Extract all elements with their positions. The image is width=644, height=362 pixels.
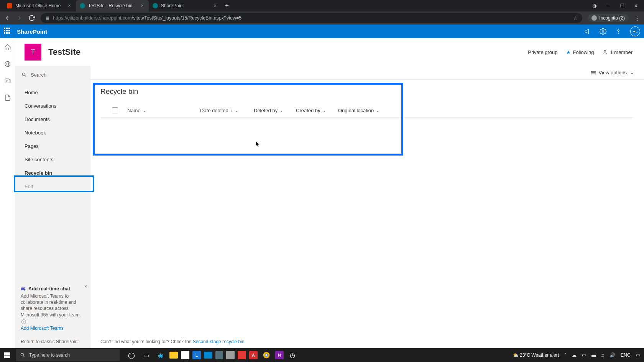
clock-icon[interactable]: ◷	[287, 349, 298, 361]
explorer-icon[interactable]	[169, 352, 178, 359]
app-icon-grey[interactable]	[226, 351, 235, 359]
browser-tab-sharepoint[interactable]: SharePoint ×	[149, 0, 222, 11]
browser-tab-office[interactable]: Microsoft Office Home ×	[3, 0, 76, 11]
nav-documents[interactable]: Documents	[15, 113, 90, 126]
members-button[interactable]: 1 member	[602, 49, 632, 55]
col-original-location[interactable]: Original location ⌄	[338, 108, 384, 113]
chevron-down-icon: ⌄	[323, 108, 326, 113]
below-header: Search Home Conversations Documents Note…	[15, 66, 644, 348]
close-window-button[interactable]: ✕	[633, 3, 639, 8]
new-tab-button[interactable]: +	[222, 0, 232, 11]
user-avatar[interactable]: HL	[630, 26, 640, 36]
view-options-label: View options	[599, 70, 627, 75]
following-button[interactable]: ★ Following	[566, 49, 594, 55]
help-icon[interactable]	[615, 28, 622, 35]
settings-gear-icon[interactable]	[600, 28, 606, 35]
nav-site-contents[interactable]: Site contents	[15, 153, 90, 166]
col-date-deleted[interactable]: Date deleted ↓ ⌄	[200, 108, 242, 113]
svg-line-6	[25, 75, 26, 76]
incognito-badge[interactable]: Incognito (2)	[588, 14, 629, 22]
chevron-down-icon: ⌄	[235, 108, 238, 113]
address-bar[interactable]: https://citizenbuilders.sharepoint.com/s…	[41, 13, 582, 23]
weather-temp: 23°C	[520, 352, 530, 358]
svg-point-13	[266, 354, 268, 356]
weather-widget[interactable]: ⛅ 23°C Weather alert	[513, 352, 559, 358]
wifi-icon[interactable]: ⎌	[601, 352, 604, 358]
page-body: T TestSite Private group ★ Following 1 m…	[0, 38, 644, 348]
tab-close-icon[interactable]: ×	[212, 3, 218, 8]
tab-close-icon[interactable]: ×	[140, 3, 145, 8]
nav-edit[interactable]: Edit	[15, 180, 90, 193]
chevron-down-icon: ⌄	[376, 108, 379, 113]
browser-tab-testsite[interactable]: TestSite - Recycle bin ×	[76, 0, 149, 11]
megaphone-icon[interactable]	[584, 28, 591, 35]
bookmark-star-icon[interactable]: ☆	[573, 15, 578, 21]
onenote-icon[interactable]: N	[275, 351, 284, 359]
news-icon[interactable]	[4, 77, 11, 84]
nav-recycle-bin[interactable]: Recycle bin	[15, 166, 90, 180]
col-name[interactable]: Name ⌄	[127, 108, 189, 113]
promo-title: Add real-time chat	[28, 286, 70, 292]
tab-close-icon[interactable]: ×	[67, 3, 72, 8]
doc-type-icon	[112, 107, 118, 113]
volume-icon[interactable]: 🔊	[610, 352, 615, 358]
minimize-button[interactable]: ─	[606, 3, 611, 8]
language-indicator[interactable]: ENG	[621, 352, 631, 358]
start-button[interactable]	[0, 348, 14, 362]
calculator-icon[interactable]	[215, 351, 223, 359]
url-text: https://citizenbuilders.sharepoint.com/s…	[53, 15, 570, 21]
app-icon-blue[interactable]: L	[192, 351, 201, 359]
taskbar-search[interactable]: Type here to search	[16, 349, 120, 361]
chevron-down-icon: ⌄	[630, 70, 634, 75]
reload-button[interactable]	[28, 15, 35, 21]
meet-now-icon[interactable]: ▭	[582, 352, 586, 358]
site-logo[interactable]: T	[25, 44, 41, 61]
store-icon[interactable]	[181, 351, 189, 359]
content-area: Recycle bin Name ⌄ Date deleted ↓ ⌄	[90, 80, 644, 348]
sharepoint-favicon	[80, 3, 85, 8]
col-created-by[interactable]: Created by ⌄	[296, 108, 327, 113]
promo-close-icon[interactable]: ×	[84, 284, 87, 289]
files-icon[interactable]	[4, 94, 11, 101]
onedrive-tray-icon[interactable]: ☁	[572, 352, 577, 358]
nav-home[interactable]: Home	[15, 86, 90, 99]
nav-notebook[interactable]: Notebook	[15, 126, 90, 139]
brand-link[interactable]: SharePoint	[17, 28, 47, 35]
return-classic-link[interactable]: Return to classic SharePoint	[15, 335, 90, 348]
battery-icon[interactable]: ▬	[591, 352, 596, 358]
back-button[interactable]	[4, 15, 11, 21]
col-label: Original location	[338, 108, 374, 113]
edge-icon[interactable]: ◉	[155, 349, 166, 361]
chrome-icon[interactable]	[261, 349, 272, 361]
footer-pre: Can't find what you're looking for? Chec…	[100, 339, 193, 344]
action-center-icon[interactable]: ▭	[636, 352, 640, 358]
weather-icon: ⛅	[513, 352, 519, 358]
incognito-indicator-icon[interactable]: ◑	[592, 3, 597, 8]
info-icon[interactable]: i	[21, 319, 26, 324]
nav-conversations[interactable]: Conversations	[15, 99, 90, 113]
maximize-button[interactable]: ❐	[619, 3, 625, 8]
window-controls: ◑ ─ ❐ ✕	[586, 3, 644, 8]
browser-chrome: Microsoft Office Home × TestSite - Recyc…	[0, 0, 644, 25]
mail-icon[interactable]	[204, 352, 212, 359]
view-options-button[interactable]: View options ⌄	[591, 70, 634, 75]
main-content: View options ⌄ Recycle bin Name ⌄	[90, 66, 644, 348]
app-icon-red[interactable]	[238, 351, 246, 359]
home-icon[interactable]	[4, 44, 11, 51]
nav-pages[interactable]: Pages	[15, 139, 90, 153]
acrobat-icon[interactable]: A	[249, 351, 258, 359]
svg-point-4	[604, 50, 606, 52]
second-stage-link[interactable]: Second-stage recycle bin	[193, 339, 245, 344]
col-deleted-by[interactable]: Deleted by ⌄	[254, 108, 284, 113]
app-launcher-button[interactable]	[4, 28, 12, 35]
chrome-menu-button[interactable]: ⋮	[634, 15, 640, 22]
cortana-icon[interactable]: ◯	[126, 349, 137, 361]
task-view-icon[interactable]: ▭	[140, 349, 152, 361]
app-rail	[0, 38, 15, 348]
tray-chevron-icon[interactable]: ˄	[564, 352, 567, 358]
privacy-label: Private group	[528, 49, 557, 55]
globe-icon[interactable]	[4, 61, 11, 67]
search-box[interactable]: Search	[15, 66, 90, 84]
svg-point-9	[21, 353, 23, 356]
promo-link[interactable]: Add Microsoft Teams	[21, 326, 64, 331]
